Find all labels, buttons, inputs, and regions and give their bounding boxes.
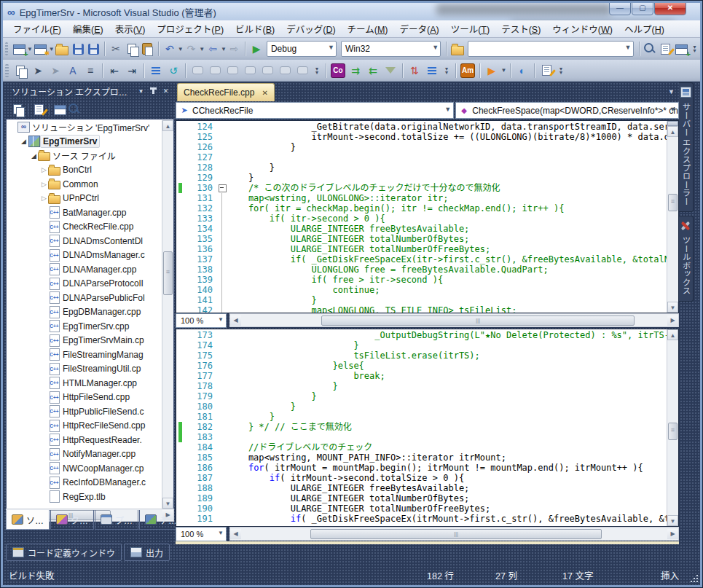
add-new-item-icon[interactable] bbox=[34, 41, 48, 57]
code-line[interactable]: 191 if( _GetDiskFreeSpaceEx(itrMount->fi… bbox=[176, 514, 667, 524]
code-line[interactable]: 139 if( free > itr->second ){ bbox=[176, 275, 667, 285]
code-line[interactable]: 187 if( itrMount->second.totalSize > 0 )… bbox=[176, 473, 667, 483]
expander-expanded-icon[interactable]: ◢ bbox=[30, 152, 38, 160]
expander-collapsed-icon[interactable]: ▷ bbox=[40, 195, 48, 202]
find-in-files-icon[interactable] bbox=[450, 41, 465, 57]
view-code-icon[interactable] bbox=[52, 102, 67, 117]
code-line[interactable]: 128 } bbox=[176, 162, 667, 173]
code-line[interactable]: 189 ULARGE_INTEGER totalNumberOfBytes; bbox=[176, 493, 667, 503]
code-line[interactable]: 180 } bbox=[176, 401, 667, 412]
code-line[interactable]: 130 /* この次のドライブレベルのチェックだけで十分なので無効化 bbox=[176, 183, 667, 193]
scroll-up-icon[interactable]: ▲ bbox=[162, 120, 173, 131]
tree-item-dlnadmsmanagerc[interactable]: C++DLNADmsManager.c bbox=[7, 248, 162, 263]
code-line[interactable]: 133 if( itr->second > 0 ){ bbox=[176, 213, 667, 224]
navigate-forward-icon[interactable]: ⇨ bbox=[227, 41, 242, 57]
amethyst-badge[interactable]: Am bbox=[460, 63, 476, 79]
code-line[interactable]: 140 continue; bbox=[176, 285, 667, 295]
code-line[interactable]: 124 _GetBitrate(data.originalNetworkID, … bbox=[176, 122, 667, 132]
tree-item-filestreamingutilcp[interactable]: C++FileStreamingUtil.cp bbox=[7, 362, 162, 377]
scroll-left-icon[interactable]: ◀ bbox=[230, 315, 241, 326]
tree-item-httpfilesendcpp[interactable]: C++HttpFileSend.cpp bbox=[7, 391, 162, 405]
tree-item-dlnaparsepublicfol[interactable]: C++DLNAParsePublicFol bbox=[7, 291, 162, 305]
comment-lines-icon[interactable] bbox=[148, 63, 164, 79]
code-line[interactable]: 177 break; bbox=[176, 371, 667, 381]
properties-icon[interactable] bbox=[10, 102, 25, 117]
types-dropdown[interactable]: ➤ CCheckRecFile ▼ bbox=[176, 102, 454, 119]
window-position-menu-icon[interactable]: ▾ bbox=[136, 86, 146, 96]
scroll-down-icon[interactable]: ▼ bbox=[162, 498, 173, 509]
coderush-badge[interactable]: Co bbox=[330, 63, 346, 79]
close-document-icon[interactable]: ✕ bbox=[262, 89, 267, 97]
code-line[interactable]: 179 } bbox=[176, 391, 667, 401]
tree-item-httprequestreader[interactable]: C++HttpRequestReader. bbox=[7, 433, 162, 447]
expander-expanded-icon[interactable]: ◢ bbox=[20, 138, 28, 145]
object-browser-icon[interactable] bbox=[675, 41, 689, 57]
code-line[interactable]: 181 } bbox=[176, 412, 667, 422]
scrollbar-thumb[interactable] bbox=[668, 194, 678, 211]
dropdown-arrow-icon[interactable]: ▼ bbox=[178, 46, 184, 52]
select-rect-icon[interactable]: ➤ bbox=[47, 63, 63, 79]
fold-collapse-icon[interactable] bbox=[219, 184, 227, 192]
auto-hide-tab-toolbox[interactable]: ツールボックス bbox=[679, 216, 694, 302]
tree-item-common[interactable]: ▷Common bbox=[7, 177, 162, 192]
code-line[interactable]: 178 } bbox=[176, 381, 667, 391]
class-diagram-icon[interactable] bbox=[67, 102, 82, 117]
run-tests-icon[interactable]: ▶ bbox=[484, 63, 500, 79]
menu-item-b[interactable]: ビルド(B) bbox=[229, 20, 280, 38]
step-back-icon[interactable]: ⇇ bbox=[365, 63, 381, 79]
paste-icon[interactable] bbox=[141, 41, 155, 57]
toolbar-grip[interactable] bbox=[5, 42, 8, 55]
auto-hide-tab-server[interactable]: サーバー エクスプローラー bbox=[679, 82, 694, 212]
expander-collapsed-icon[interactable]: ▷ bbox=[40, 166, 48, 173]
code-line[interactable]: 190 ULARGE_INTEGER totalNumberOfFreeByte… bbox=[176, 503, 667, 514]
close-button[interactable]: ✕ bbox=[654, 1, 686, 15]
scrollbar-thumb[interactable] bbox=[163, 251, 173, 295]
tree-item-upnpctrl[interactable]: ▷UPnPCtrl bbox=[7, 192, 162, 206]
code-pane-bottom-hscrollbar[interactable]: ◀ ▶ bbox=[229, 527, 679, 541]
breakpoints-icon[interactable]: ⇅ bbox=[407, 63, 423, 79]
code-pane-bottom-scrollbar[interactable]: ▲ ▼ bbox=[667, 329, 678, 526]
toolbar-overflow-icon[interactable]: ▾▾ bbox=[442, 67, 451, 74]
scrollbar-thumb[interactable] bbox=[668, 423, 678, 440]
tool-window-tab-soln[interactable]: ソ… bbox=[6, 510, 50, 530]
scroll-down-icon[interactable]: ▼ bbox=[667, 302, 678, 313]
scroll-right-icon[interactable]: ▶ bbox=[667, 529, 678, 539]
scroll-right-icon[interactable]: ▶ bbox=[667, 315, 678, 326]
tree-item-[interactable]: ◢ソース ファイル bbox=[7, 149, 162, 163]
code-line[interactable]: 138 ULONGLONG free = freeBytesAvailable.… bbox=[176, 264, 667, 275]
bookmark-1-icon[interactable] bbox=[189, 63, 205, 79]
document-list-dropdown-icon[interactable]: ▼ bbox=[668, 88, 675, 95]
find-combo[interactable]: ▼ bbox=[468, 41, 634, 57]
navigate-backward-icon[interactable]: ⇦ bbox=[205, 41, 220, 57]
increase-indent-icon[interactable]: ⇥ bbox=[124, 63, 140, 79]
maximize-button[interactable]: ▢ bbox=[632, 1, 653, 15]
bookmark-4-icon[interactable] bbox=[242, 63, 258, 79]
font-style-icon[interactable]: A bbox=[65, 63, 81, 79]
decrease-indent-icon[interactable]: ⇤ bbox=[106, 63, 122, 79]
edit-document-icon[interactable] bbox=[538, 63, 554, 79]
solution-tree-scrollbar[interactable]: ▲ ▼ bbox=[162, 120, 173, 509]
close-panel-icon[interactable]: ✕ bbox=[160, 86, 171, 96]
menu-item-f[interactable]: ファイル(F) bbox=[7, 20, 67, 38]
new-project-icon[interactable] bbox=[12, 41, 26, 57]
menu-item-e[interactable]: 編集(E) bbox=[67, 20, 109, 38]
panel-tab-output[interactable]: 出力 bbox=[124, 544, 170, 561]
menu-item-m[interactable]: チーム(M) bbox=[342, 20, 394, 38]
tree-item-dlnamanagercpp[interactable]: C++DLNAManager.cpp bbox=[7, 262, 162, 277]
menu-item-d[interactable]: デバッグ(D) bbox=[280, 20, 341, 38]
save-all-icon[interactable] bbox=[87, 41, 101, 57]
tree-item-httppublicfilesendc[interactable]: C++HttpPublicFileSend.c bbox=[7, 404, 162, 419]
tree-item-notifymanagercpp[interactable]: C++NotifyManager.cpp bbox=[7, 447, 162, 462]
tool-window-tab-prop[interactable]: プ… bbox=[95, 510, 138, 530]
members-dropdown[interactable]: ◆ CheckFreeSpace(map<DWORD,CReserveInfo*… bbox=[455, 102, 679, 119]
filter-icon[interactable] bbox=[382, 63, 398, 79]
tree-item-epgdbmanagercpp[interactable]: C++EpgDBManager.cpp bbox=[7, 305, 162, 320]
dropdown-arrow-icon[interactable]: ▼ bbox=[625, 44, 632, 51]
bookmark-7-icon[interactable] bbox=[294, 63, 310, 79]
step-into-icon[interactable]: ⇉ bbox=[347, 63, 364, 79]
zoom-dropdown-bottom[interactable]: 100 %▼ bbox=[176, 527, 227, 541]
tree-item-checkrecfilecpp[interactable]: C++CheckRecFile.cpp bbox=[7, 220, 162, 235]
dropdown-arrow-icon[interactable]: ▼ bbox=[199, 46, 205, 52]
menu-item-w[interactable]: ウィンドウ(W) bbox=[546, 20, 618, 38]
open-file-icon[interactable] bbox=[55, 41, 70, 57]
